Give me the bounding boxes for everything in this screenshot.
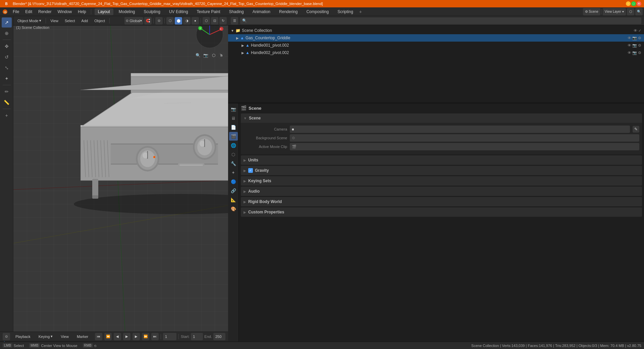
toolbar-transform-tool[interactable]: ✦ [2, 73, 12, 84]
timeline-next-keyframe-btn[interactable]: ⏩ [142, 333, 149, 340]
section-units-header[interactable]: ▶ Units [241, 155, 642, 165]
toolbar-select-tool[interactable]: ↗ [2, 17, 12, 28]
menu-help[interactable]: Help [75, 9, 89, 15]
render-engine-btn[interactable]: ⚙ Scene [583, 8, 600, 15]
prop-tab-particles[interactable]: ✦ [229, 168, 238, 177]
workspace-layout[interactable]: Layout [95, 8, 113, 15]
maximize-button[interactable]: □ [631, 1, 636, 6]
prop-tab-constraints[interactable]: 🔗 [229, 186, 238, 195]
viewport-object-menu[interactable]: Object [92, 17, 108, 24]
prop-tab-data[interactable]: 📐 [229, 195, 238, 204]
snap-btn[interactable]: 🧲 [144, 17, 152, 24]
outliner-handle002-camera[interactable]: 📷 [632, 51, 637, 55]
workspace-animation[interactable]: Animation [249, 8, 274, 15]
prop-tab-view-layer[interactable]: 📄 [229, 123, 238, 132]
timeline-playback-btn[interactable]: Playback [13, 333, 33, 340]
close-button[interactable]: ✕ [637, 1, 641, 6]
outliner-scene-collection[interactable]: ▼ 📁 Scene Collection 👁 ✓ [228, 27, 644, 34]
outliner-griddle-eye[interactable]: 👁 [628, 36, 631, 40]
outliner-handle001-camera[interactable]: 📷 [632, 43, 637, 48]
outliner-handle001-render[interactable]: ⚙ [638, 43, 641, 48]
toolbar-cursor-tool[interactable]: ⊕ [2, 28, 12, 38]
outliner-item-griddle[interactable]: ▶ ▲ Gas_Countertop_Griddle 👁 📷 ⚙ [228, 34, 644, 42]
field-camera-value[interactable]: ■ [290, 126, 630, 133]
workspace-sculpting[interactable]: Sculpting [141, 8, 164, 15]
fly-navigation-btn[interactable]: 🖱 [218, 52, 225, 59]
toolbar-scale-tool[interactable]: ⤡ [2, 63, 12, 73]
prop-tab-render[interactable]: 📷 [229, 105, 238, 113]
outliner-item-handle002[interactable]: ▶ ▲ Handle002_pivot.002 👁 📷 ⚙ [228, 49, 644, 56]
section-keying-sets-header[interactable]: ▶ Keying Sets [241, 176, 642, 186]
field-bg-scene-value[interactable]: ⚙ [290, 134, 639, 142]
field-movie-clip-value[interactable]: 🎬 [290, 143, 639, 150]
timeline-current-frame-input[interactable]: 1 [163, 333, 176, 340]
viewport-mode-btn[interactable]: Object Mode ▾ [15, 17, 44, 24]
transform-pivot-btn[interactable]: ⊙ Global ▾ [124, 17, 143, 24]
workspace-compositing[interactable]: Compositing [303, 8, 332, 15]
prop-tab-scene[interactable]: 🎬 [229, 132, 238, 141]
perspective-btn[interactable]: ⬡ [210, 52, 217, 59]
section-gravity-header[interactable]: ▶ ✓ Gravity [241, 166, 642, 175]
prop-tab-modifier[interactable]: 🔧 [229, 159, 238, 168]
timeline-prev-frame-btn[interactable]: ◀ [114, 333, 121, 340]
viewport-select-menu[interactable]: Select [62, 17, 78, 24]
timeline-view-btn[interactable]: ⊙ [3, 333, 10, 340]
prop-tab-material[interactable]: 🎨 [229, 204, 238, 213]
top-icons-row[interactable]: ⬡ [627, 8, 634, 15]
outliner-handle002-eye[interactable]: 👁 [628, 51, 631, 55]
viewport-add-menu[interactable]: Add [79, 17, 91, 24]
xray-btn[interactable]: ⊡ [211, 17, 218, 24]
outliner-handle001-eye[interactable]: 👁 [628, 43, 631, 48]
section-scene-header[interactable]: ▼ Scene [241, 113, 642, 123]
viewport-shading-material[interactable]: ◑ [183, 17, 191, 24]
timeline-end-frame-input[interactable]: 250 [213, 333, 225, 340]
toolbar-add-tool[interactable]: + [2, 110, 12, 120]
section-rigid-body-header[interactable]: ▶ Rigid Body World [241, 197, 642, 206]
prop-tab-output[interactable]: 🖥 [229, 114, 238, 122]
outliner-collection-eye[interactable]: 👁 [634, 29, 637, 33]
toolbar-measure-tool[interactable]: 📏 [2, 97, 12, 107]
field-camera-edit-btn[interactable]: ✎ [633, 126, 639, 133]
outliner-collection-exclude[interactable]: ✓ [638, 29, 641, 33]
outliner-handle002-render[interactable]: ⚙ [638, 51, 641, 55]
proportional-edit-btn[interactable]: ⊙ [155, 17, 163, 24]
outliner-filter-btn[interactable]: ☰ [231, 17, 238, 24]
timeline-prev-keyframe-btn[interactable]: ⏪ [104, 333, 112, 340]
prop-tab-world[interactable]: 🌐 [229, 141, 238, 150]
toolbar-rotate-tool[interactable]: ↺ [2, 52, 12, 62]
timeline-jump-end-btn[interactable]: ⏭ [151, 333, 159, 340]
gizmos-btn[interactable]: ↻ [219, 17, 227, 24]
menu-file[interactable]: File [10, 9, 22, 15]
viewport-shading-solid[interactable]: ⬤ [175, 17, 182, 24]
workspace-rendering[interactable]: Rendering [276, 8, 301, 15]
toolbar-annotate-tool[interactable]: ✏ [2, 87, 12, 97]
workspace-uv-editing[interactable]: UV Editing [166, 8, 192, 15]
overlay-btn[interactable]: ⬡ [203, 17, 210, 24]
outliner-griddle-camera[interactable]: 📷 [632, 36, 637, 40]
toolbar-move-tool[interactable]: ✥ [2, 41, 12, 51]
workspace-scripting[interactable]: Scripting [334, 8, 357, 15]
prop-tab-object[interactable]: ⬡ [229, 150, 238, 159]
outliner-item-handle001[interactable]: ▶ ▲ Handle001_pivot.002 👁 📷 ⚙ [228, 42, 644, 49]
viewport-3d[interactable]: User Perspective (Local) (1) Scene Colle… [13, 16, 228, 332]
section-custom-props-header[interactable]: ▶ Custom Properties [241, 207, 642, 217]
minimize-button[interactable]: − [626, 1, 631, 6]
viewport-view-menu[interactable]: View [48, 17, 61, 24]
menu-edit[interactable]: Edit [22, 9, 35, 15]
menu-window[interactable]: Window [55, 9, 74, 15]
section-audio-header[interactable]: ▶ Audio [241, 187, 642, 196]
view-layer-btn[interactable]: View Layer ▾ [603, 8, 626, 15]
timeline-marker-btn[interactable]: Marker [74, 333, 91, 340]
zoom-to-selection-btn[interactable]: 🔍 [195, 52, 202, 59]
menu-render[interactable]: Render [36, 9, 54, 15]
timeline-keying-btn[interactable]: Keying ▾ [36, 333, 56, 340]
workspace-add-button[interactable]: + [357, 8, 364, 15]
workspace-shading[interactable]: Shading [226, 8, 247, 15]
workspace-modeling[interactable]: Modeling [115, 8, 139, 15]
outliner-griddle-render[interactable]: ⚙ [638, 36, 641, 40]
timeline-view-menu-btn[interactable]: View [58, 333, 71, 340]
timeline-next-frame-btn[interactable]: ▶ [132, 333, 140, 340]
viewport-shading-rendered[interactable]: ● [192, 17, 199, 24]
viewport-shading-wire[interactable]: ⬡ [166, 17, 174, 24]
outliner-search-input[interactable]: 🔍 [240, 17, 641, 24]
